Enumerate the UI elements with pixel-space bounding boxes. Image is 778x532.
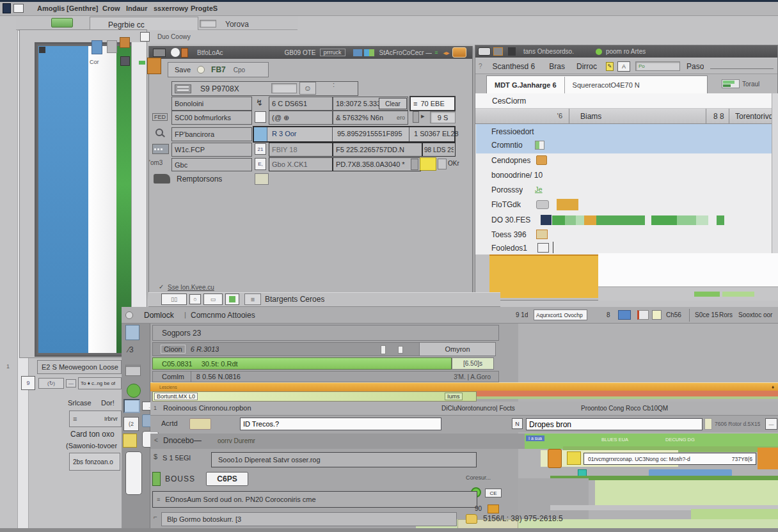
value-cell[interactable]: & 57632% N6n ero [333,111,408,125]
col-88[interactable]: 8 8 [713,112,724,121]
cat-face-icon-button[interactable]: ☺ [299,82,316,95]
sidebar-field[interactable]: To ♦ c..ng be of [78,377,122,389]
save-tab[interactable]: Save [175,66,191,74]
bottom-tab-attooies[interactable]: Comcnmo Attooies [191,311,255,320]
search-input[interactable] [526,418,703,430]
col-num[interactable]: '6 [557,112,562,120]
hdr-sooxtoc[interactable]: Sooxtoc oor [738,311,777,318]
sliver-button[interactable] [704,418,712,430]
row-icon-button[interactable] [255,173,269,185]
right-titlebar[interactable]: tans Onbesordso. poom ro Artes [475,45,777,58]
right-menu-item[interactable]: Bras [549,62,565,71]
header-field[interactable] [271,83,297,93]
tab-registered[interactable]: Pegrbie cc [90,17,198,30]
dialog-menu-icon[interactable] [153,49,166,57]
dialog-titlebar[interactable]: BtfoLoAc GB09 OTE prrruck StAcFroCoCecr … [149,46,472,59]
card-list-icon[interactable]: ≡ [244,293,261,305]
row-sooo1o[interactable]: Sooo1o Dipereat Satvr osser.rog [211,452,477,467]
row-icon-button[interactable]: 21 [255,143,266,155]
toolbar-button-1[interactable]: ▯▯ [161,293,187,305]
checkbox-label[interactable]: Sse Ion.Kvee.cu [168,284,214,291]
tab-second[interactable]: Yorova [225,20,249,29]
blue-tool-icon[interactable] [618,310,631,320]
list-item[interactable]: bonoodrine/ 10 [491,171,543,180]
list-item[interactable]: DO 30.FES [491,215,530,224]
row-green[interactable]: C05.0831 30.5t: 0.Rdt [152,357,452,370]
pencil-slash-icon[interactable]: ∕3 [128,345,134,354]
value-cell[interactable]: FBIY 18 [269,143,333,157]
value-cell[interactable]: 98 LDS 2S0R8 [422,143,456,157]
list-item[interactable]: Cendopnes [491,156,530,165]
orange-strip[interactable]: Lesciens ♦ [150,382,778,391]
value-cell[interactable]: PD.7X8.358.0A3040 * [333,157,421,171]
archive-icon[interactable] [125,325,139,340]
blue-pressed-button[interactable] [123,399,140,413]
menu-item[interactable]: Indaur [126,4,148,12]
hdr-s0ce[interactable]: S0ce 15 [695,311,718,318]
row-label[interactable]: W1c.FCP [171,143,252,157]
row-label[interactable]: Bonoloini [171,97,252,111]
menu-item[interactable]: ProgteS [191,4,218,12]
row-blp[interactable]: Blp Gormo botoskurr. [3 [161,512,457,526]
a-button[interactable]: A [617,61,630,72]
cpo-tab[interactable]: Cpo [234,66,245,74]
sidebar-row-1[interactable]: E2 S Meowegoon Loose [37,360,122,374]
omyron-box[interactable]: Omyron [419,342,496,356]
menu-item[interactable]: ssxerrowy [154,4,188,12]
row-label[interactable]: SC00 bofmurlorks [171,111,252,125]
row-icon-button[interactable]: E, [255,158,266,170]
flag-icon[interactable] [637,310,649,320]
blue-thumbnail-icon[interactable] [91,40,102,54]
folder-small-icon[interactable] [466,514,477,524]
value-field[interactable]: 9 S [430,111,456,123]
menu-item[interactable]: [Genthre] [67,4,99,12]
yellow-cell[interactable] [420,157,436,171]
row-icon-button[interactable] [255,111,266,123]
sidebar-button-2[interactable]: — [66,379,76,387]
list-item[interactable]: FloTGdk [491,200,521,209]
menu-field[interactable]: Po [635,61,680,71]
recycle-icon[interactable] [127,384,141,398]
printer-icon[interactable] [125,364,141,376]
check-icon[interactable]: ✓ [159,283,164,290]
value-cell[interactable]: F5 225.2265757DD.N [333,143,422,157]
dialog-orange-button[interactable] [452,47,466,58]
scroll-button[interactable]: — [765,418,777,430]
orange-tool-icon[interactable] [120,37,130,48]
cioon-chip[interactable]: Cioon [161,345,186,354]
hdr-overlap-box[interactable]: Aqurxcort1 Ovochp [534,309,587,320]
right-tab-second[interactable]: SquereracotO4E70 N [573,81,640,89]
orange-arrows-icon[interactable]: ◂▸ [443,49,450,56]
toolbar-button-3[interactable]: ▭ [203,293,223,305]
gray-thumbnail-icon[interactable] [107,40,117,53]
track-input[interactable] [240,418,441,430]
orange-mini-button[interactable] [488,505,499,513]
folder-button[interactable] [189,418,211,430]
app-icon[interactable] [3,3,11,13]
list-item[interactable]: Toess 396 [491,230,527,239]
page-icon[interactable] [140,32,150,42]
mini-toggle-icon[interactable] [411,159,418,170]
row-sogpors[interactable]: Sogpors 23 [152,325,499,341]
b-icon[interactable] [652,310,662,320]
dialog-corner-icon[interactable] [147,58,161,74]
bracket-button[interactable]: (2 [123,417,139,431]
coresur-label[interactable]: Coresur... [466,474,491,481]
row-rooinoous[interactable]: 1 Rooinoous Cinronou.ropbon DiCluNoroton… [150,402,778,416]
list-item[interactable]: Porosssy [491,185,523,194]
n-button[interactable]: N [512,418,523,429]
mini-handle[interactable] [398,346,403,354]
highlight-cell[interactable]: ≡ 70 EBE [409,96,456,111]
row-label[interactable]: Gbc [171,158,252,171]
menu-item[interactable]: Amoglis [37,4,65,12]
row-comlm[interactable]: Comlm 8 0.56 N.0816 3'M. | A.Goro [152,371,499,382]
row-label-text[interactable]: Remptorsons [177,175,222,184]
list-item[interactable]: Cromntio [491,141,523,150]
mini-handle[interactable] [381,345,386,354]
value-cell[interactable]: Gbo X.CK1 [269,157,333,171]
clear-button[interactable]: Clear [379,98,407,109]
row-label[interactable]: FP'bancirora [171,127,252,141]
ce-button[interactable]: CE [485,489,502,497]
toolbar-button-green[interactable] [225,293,239,305]
fb7-tab[interactable]: FB7 [211,65,226,74]
